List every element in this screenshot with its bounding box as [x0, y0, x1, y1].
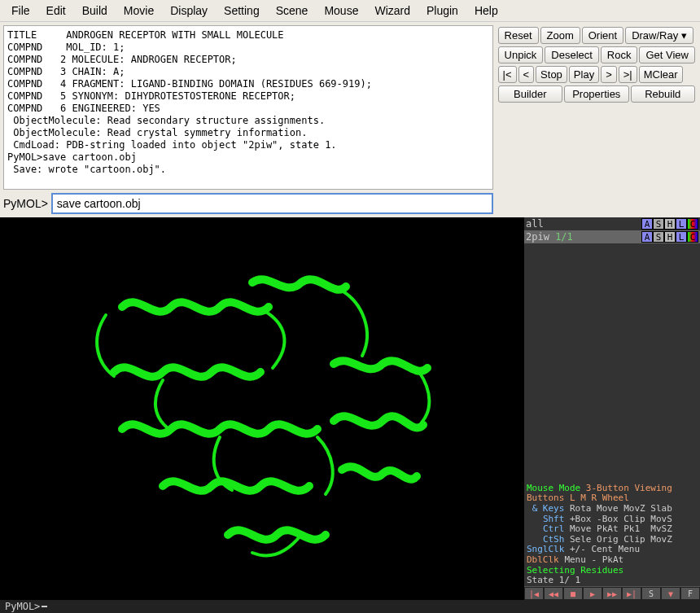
menu-movie[interactable]: Movie [116, 2, 162, 20]
vcr-f-button[interactable]: F [680, 587, 700, 600]
main-dark-area: allASHLC2piw 1/1ASHLC Mouse Mode 3-Butto… [0, 217, 700, 600]
cursor-icon [42, 606, 47, 607]
-button[interactable]: > [601, 66, 617, 83]
vcr-spacer[interactable]: ▼ [661, 587, 680, 600]
mclear-button[interactable]: MClear [639, 66, 683, 83]
object-row-all[interactable]: allASHLC [524, 217, 700, 230]
menu-mouse[interactable]: Mouse [316, 2, 366, 20]
object-row-2piw[interactable]: 2piw 1/1ASHLC [524, 230, 700, 243]
obj-l-button[interactable]: L [676, 218, 687, 230]
-button[interactable]: < [518, 66, 535, 83]
-button[interactable]: |< [498, 66, 517, 83]
snglclk-value: +/- Cent Menu [570, 544, 640, 554]
menu-file[interactable]: File [3, 2, 38, 20]
-button[interactable]: >| [619, 66, 637, 83]
object-side-panel: allASHLC2piw 1/1ASHLC Mouse Mode 3-Butto… [524, 217, 700, 600]
menu-scene[interactable]: Scene [268, 2, 317, 20]
deselect-button[interactable]: Deselect [545, 46, 599, 63]
bottom-command-bar[interactable]: PyMOL> [0, 600, 700, 613]
rock-button[interactable]: Rock [601, 46, 638, 63]
vcr-first-button[interactable]: |◀ [524, 587, 544, 600]
protein-cartoon-icon [41, 234, 480, 592]
vcr-play-button[interactable]: ▶ [583, 587, 602, 600]
obj-a-button[interactable]: A [641, 231, 653, 243]
bottom-prompt: PyMOL> [5, 601, 40, 612]
obj-h-button[interactable]: H [664, 218, 676, 230]
obj-h-button[interactable]: H [664, 231, 676, 243]
get-view-button[interactable]: Get View [639, 46, 695, 63]
console-input-row: PyMOL> [3, 193, 493, 214]
console-area: TITLE ANDROGEN RECEPTOR WITH SMALL MOLEC… [0, 22, 497, 217]
snglclk-label: SnglClk [527, 544, 564, 554]
rebuild-button[interactable]: Rebuild [631, 85, 695, 103]
object-name: 2piw 1/1 [526, 231, 641, 243]
mouse-mode-value: 3-Button Viewing [586, 483, 672, 493]
menubar: FileEditBuildMovieDisplaySettingSceneMou… [0, 0, 700, 22]
dblclk-value: Menu - PkAt [564, 554, 623, 565]
control-button-panel: ResetZoomOrientDraw/Ray ▾ UnpickDeselect… [497, 22, 700, 217]
mouse-buttons-cols: L M R Wheel [570, 493, 629, 503]
menu-build[interactable]: Build [74, 2, 116, 20]
obj-s-button[interactable]: S [653, 231, 664, 243]
mouse-mode-panel[interactable]: Mouse Mode 3-Button Viewing Buttons L M … [524, 483, 700, 586]
console-prompt-label: PyMOL> [3, 197, 48, 210]
object-name: all [526, 218, 641, 230]
obj-l-button[interactable]: L [676, 231, 687, 243]
unpick-button[interactable]: Unpick [498, 46, 544, 63]
vcr-controls: |◀ ◀◀ ■ ▶ ▶▶ ▶| S ▼ F [524, 586, 700, 600]
console-output[interactable]: TITLE ANDROGEN RECEPTOR WITH SMALL MOLEC… [3, 25, 493, 190]
menu-edit[interactable]: Edit [38, 2, 74, 20]
menu-help[interactable]: Help [466, 2, 506, 20]
reset-button[interactable]: Reset [498, 27, 539, 44]
console-input[interactable] [51, 193, 493, 214]
orient-button[interactable]: Orient [582, 27, 623, 44]
zoom-button[interactable]: Zoom [540, 27, 580, 44]
mouse-mode-label: Mouse Mode [527, 483, 580, 493]
mouse-buttons-label: Buttons [527, 493, 564, 503]
top-panel: TITLE ANDROGEN RECEPTOR WITH SMALL MOLEC… [0, 22, 700, 217]
properties-button[interactable]: Properties [564, 85, 628, 103]
menu-setting[interactable]: Setting [216, 2, 268, 20]
vcr-prev-button[interactable]: ◀◀ [544, 587, 563, 600]
dblclk-label: DblClk [527, 554, 559, 565]
menu-plugin[interactable]: Plugin [418, 2, 466, 20]
molecule-viewer[interactable] [0, 217, 524, 600]
builder-button[interactable]: Builder [498, 85, 562, 103]
vcr-last-button[interactable]: ▶| [622, 587, 641, 600]
stop-button[interactable]: Stop [536, 66, 567, 83]
obj-s-button[interactable]: S [653, 218, 664, 230]
vcr-next-button[interactable]: ▶▶ [602, 587, 622, 600]
menu-display[interactable]: Display [162, 2, 216, 20]
menu-wizard[interactable]: Wizard [366, 2, 418, 20]
state-indicator: State 1/ 1 [527, 576, 698, 586]
obj-a-button[interactable]: A [641, 218, 653, 230]
object-list: allASHLC2piw 1/1ASHLC [524, 217, 700, 243]
obj-c-button[interactable]: C [687, 218, 698, 230]
vcr-stop-button[interactable]: ■ [563, 587, 583, 600]
obj-c-button[interactable]: C [687, 231, 698, 243]
draw-ray-button[interactable]: Draw/Ray ▾ [625, 27, 693, 44]
vcr-s-button[interactable]: S [641, 587, 661, 600]
play-button[interactable]: Play [569, 66, 599, 83]
